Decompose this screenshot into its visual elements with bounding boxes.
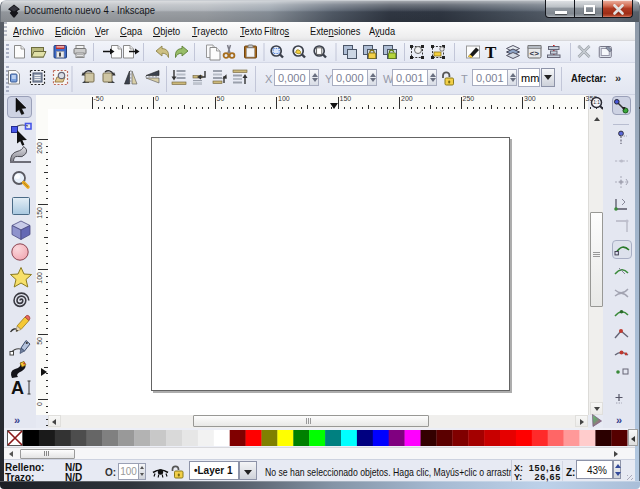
svg-text:A: A bbox=[11, 378, 24, 398]
svg-text:T: T bbox=[485, 43, 497, 62]
svg-text:1:1: 1:1 bbox=[593, 100, 600, 105]
svg-text:<>: <> bbox=[530, 49, 540, 58]
